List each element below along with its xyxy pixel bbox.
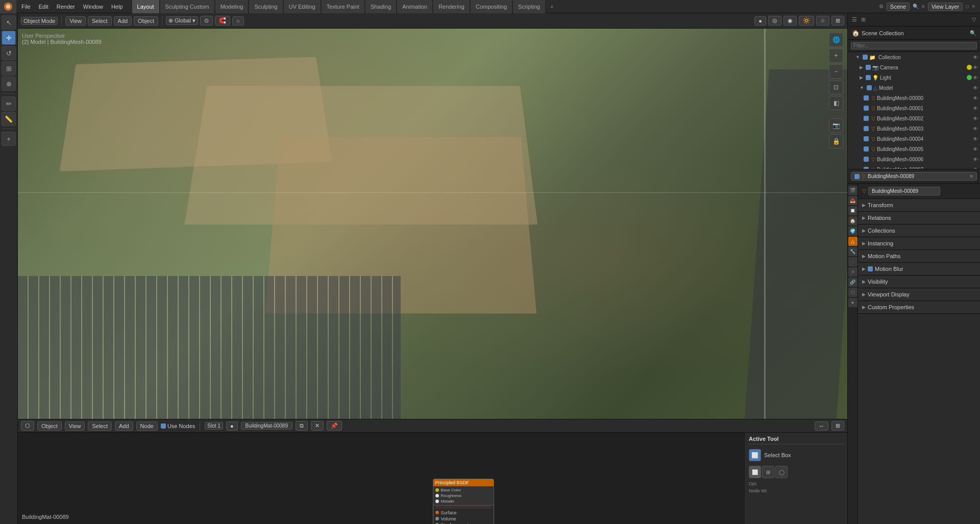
node-snap-btn[interactable]: ↔ bbox=[815, 421, 828, 431]
tab-scripting[interactable]: Scripting bbox=[513, 0, 546, 13]
mode-btn-1[interactable]: ⬜ bbox=[749, 466, 761, 478]
principled-bsdf-node[interactable]: Principled BSDF Base Color Roughness Met… bbox=[433, 479, 494, 506]
prop-constraints-icon[interactable]: 🔗 bbox=[848, 278, 857, 287]
light-eye[interactable]: 👁 bbox=[973, 75, 978, 81]
viewport-navigate-btn[interactable]: 🌐 bbox=[829, 33, 843, 47]
mesh-00007-checkbox[interactable] bbox=[864, 167, 869, 169]
prop-particles-icon[interactable]: · bbox=[848, 257, 857, 266]
tab-texture-paint[interactable]: Texture Paint bbox=[322, 0, 365, 13]
file-menu[interactable]: File bbox=[17, 0, 35, 13]
section-transform-header[interactable]: ▶ Transform bbox=[858, 199, 980, 211]
section-motion-paths-header[interactable]: ▶ Motion Paths bbox=[858, 250, 980, 262]
node-frame-btn[interactable]: ⊞ bbox=[831, 421, 844, 431]
use-nodes-toggle[interactable]: Use Nodes bbox=[161, 423, 195, 429]
node-object-menu[interactable]: Object bbox=[37, 421, 62, 431]
camera-eye[interactable]: 👁 bbox=[973, 65, 978, 70]
section-viewport-display-header[interactable]: ▶ Viewport Display bbox=[858, 288, 980, 301]
viewport-frame-all[interactable]: ⊡ bbox=[829, 80, 843, 94]
outliner-collection[interactable]: ▼ 📁 Collection 👁 bbox=[848, 52, 980, 62]
outliner-mesh-00003[interactable]: ▽ BuildingMesh-00003 👁 bbox=[848, 123, 980, 134]
gizmo-btn[interactable]: ⊞ bbox=[831, 16, 844, 26]
add-workspace-button[interactable]: + bbox=[546, 0, 557, 13]
select-box-icon[interactable]: ⬜ bbox=[749, 449, 761, 461]
window-menu[interactable]: Window bbox=[79, 0, 107, 13]
section-custom-props-header[interactable]: ▶ Custom Properties bbox=[858, 301, 980, 313]
section-visibility-header[interactable]: ▶ Visibility bbox=[858, 276, 980, 288]
outliner-search-input[interactable] bbox=[851, 42, 977, 49]
mesh-00003-eye[interactable]: 👁 bbox=[973, 126, 978, 132]
viewport-cam-btn[interactable]: 📷 bbox=[829, 118, 843, 133]
add-menu[interactable]: Add bbox=[114, 16, 132, 26]
outliner-mesh-00000[interactable]: ▽ BuildingMesh-00000 👁 bbox=[848, 93, 980, 103]
outliner-mesh-00002[interactable]: ▽ BuildingMesh-00002 👁 bbox=[848, 113, 980, 123]
mat-copy-btn[interactable]: ⧉ bbox=[296, 421, 308, 431]
prop-object-data-icon[interactable]: ⬡ bbox=[848, 288, 857, 297]
mat-sphere-btn[interactable]: ● bbox=[226, 421, 238, 431]
tab-layout[interactable]: Layout bbox=[132, 0, 160, 13]
slot-select[interactable]: Slot 1 bbox=[205, 422, 223, 430]
mesh-00001-checkbox[interactable] bbox=[864, 106, 869, 111]
add-tool[interactable]: + bbox=[2, 132, 16, 146]
prop-scene-icon[interactable]: 🏠 bbox=[848, 216, 857, 226]
mode-btn-2[interactable]: ⊞ bbox=[762, 466, 774, 478]
node-node-menu[interactable]: Node bbox=[136, 421, 158, 431]
object-mode-dropdown[interactable]: Object Mode bbox=[21, 17, 58, 25]
select-menu[interactable]: Select bbox=[88, 16, 112, 26]
cursor-tool[interactable]: ↖ bbox=[2, 15, 16, 30]
scene-name[interactable]: Scene bbox=[887, 3, 910, 11]
viewport-lock-btn[interactable]: 🔒 bbox=[829, 134, 843, 148]
outliner-mesh-00007[interactable]: ▽ BuildingMesh-00007 👁 bbox=[848, 164, 980, 169]
section-instancing-header[interactable]: ▶ Instancing bbox=[858, 237, 980, 249]
sel-obj-checkbox[interactable] bbox=[854, 174, 860, 179]
prop-material-icon[interactable]: ● bbox=[848, 298, 857, 307]
mesh-00002-checkbox[interactable] bbox=[864, 116, 869, 121]
obj-name-input[interactable] bbox=[868, 187, 940, 195]
collection-eye[interactable]: 👁 bbox=[973, 55, 978, 60]
mesh-00003-checkbox[interactable] bbox=[864, 126, 869, 131]
tab-rendering[interactable]: Rendering bbox=[433, 0, 470, 13]
proportional-edit[interactable]: ○ bbox=[232, 16, 244, 26]
rotate-tool[interactable]: ↺ bbox=[2, 46, 16, 60]
light-checkbox[interactable] bbox=[866, 75, 871, 80]
mesh-00000-checkbox[interactable] bbox=[864, 95, 869, 101]
outliner-model[interactable]: ▼ △ Model 👁 bbox=[848, 83, 980, 93]
scale-tool[interactable]: ⊞ bbox=[2, 61, 16, 76]
transform-pivot[interactable]: ⊙ bbox=[200, 16, 213, 26]
outliner-camera[interactable]: ▶ 📷 Camera 👁 bbox=[848, 62, 980, 72]
prop-world-icon[interactable]: 🌍 bbox=[848, 227, 857, 236]
3d-viewport[interactable]: User Perspective (2) Model | BuildingMes… bbox=[18, 29, 847, 419]
outliner-mesh-00006[interactable]: ▽ BuildingMesh-00006 👁 bbox=[848, 154, 980, 164]
use-nodes-checkbox[interactable] bbox=[161, 423, 166, 429]
viewport-zoom-out[interactable]: − bbox=[829, 64, 843, 79]
view-menu[interactable]: View bbox=[65, 16, 86, 26]
model-eye[interactable]: 👁 bbox=[973, 85, 978, 91]
tab-sculpting-custom[interactable]: Sculpting Custom bbox=[160, 0, 215, 13]
mesh-00006-checkbox[interactable] bbox=[864, 157, 869, 162]
view-layer-name[interactable]: View Layer bbox=[928, 3, 963, 11]
mesh-00007-eye[interactable]: 👁 bbox=[973, 167, 978, 169]
camera-checkbox[interactable] bbox=[866, 65, 871, 70]
mode-btn-3[interactable]: ◯ bbox=[775, 466, 788, 478]
mesh-00002-eye[interactable]: 👁 bbox=[973, 116, 978, 121]
viewport-shading-render[interactable]: 🔆 bbox=[799, 16, 814, 26]
node-canvas[interactable]: Material Output ▣ Surface Volume Displac… bbox=[18, 433, 847, 524]
prop-modifier-icon[interactable]: 🔧 bbox=[848, 247, 857, 256]
transform-dropdown[interactable]: ⊕ Global ▾ bbox=[166, 16, 198, 25]
mat-delete-btn[interactable]: ✕ bbox=[311, 421, 324, 431]
node-add-menu[interactable]: Add bbox=[115, 421, 133, 431]
collection-checkbox[interactable] bbox=[863, 55, 868, 60]
node-select-menu[interactable]: Select bbox=[88, 421, 112, 431]
move-tool[interactable]: ✛ bbox=[2, 31, 16, 45]
viewport-shading-mat[interactable]: ◉ bbox=[783, 16, 797, 26]
prop-object-icon[interactable]: △ bbox=[848, 237, 857, 246]
mesh-00004-eye[interactable]: 👁 bbox=[973, 136, 978, 142]
annotate-tool[interactable]: ✏ bbox=[2, 96, 16, 111]
section-motion-blur-header[interactable]: ▶ Motion Blur bbox=[858, 263, 980, 275]
motion-blur-checkbox[interactable] bbox=[868, 266, 873, 271]
mesh-00006-eye[interactable]: 👁 bbox=[973, 157, 978, 162]
mesh-00001-eye[interactable]: 👁 bbox=[973, 106, 978, 111]
model-checkbox[interactable] bbox=[867, 85, 872, 90]
prop-render-icon[interactable]: 🎬 bbox=[848, 186, 857, 195]
measure-tool[interactable]: 📏 bbox=[2, 112, 16, 126]
overlay-btn[interactable]: ☆ bbox=[816, 16, 829, 26]
